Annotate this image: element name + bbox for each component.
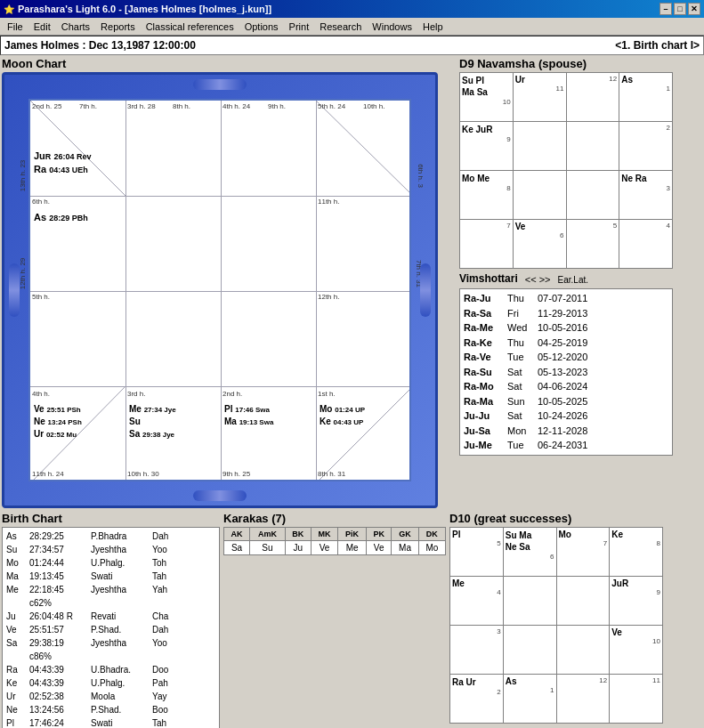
d10-cell-03: Ke 8 (610, 528, 663, 577)
vimsh-date-0: 07-07-2011 (538, 291, 587, 306)
cell-r3c2-label: 2nd h. (223, 390, 242, 398)
cell-r3c2-bottom: 9th h. 25 (223, 470, 250, 478)
d10-cell-11 (503, 577, 556, 626)
minimize-button[interactable]: – (659, 3, 672, 15)
right-label-6h: 6th h. 3 (417, 164, 425, 188)
vimsh-day-4: Tue (507, 350, 534, 365)
bc-deg-mo: 01:24:44 (29, 556, 87, 570)
menu-research[interactable]: Research (314, 20, 367, 33)
vimsh-day-7: Sun (507, 394, 534, 409)
vimsh-row-5: Ra-Su Sat 05-13-2023 (464, 365, 668, 380)
menu-options[interactable]: Options (239, 20, 284, 33)
bc-planet-ur: Ur (6, 690, 26, 703)
nav-cell-00: Su PlMa Sa 10 (460, 73, 514, 122)
cell-r1c0-label: 6th h. (32, 198, 50, 206)
vimsh-nav[interactable]: << >> (525, 274, 551, 285)
bc-row-as: As 28:29:25 P.Bhadra Dah (6, 530, 215, 543)
cell-r0c1-tl: 3rd h. 28 (127, 102, 156, 110)
bc-naksh-sa: Jyeshtha (91, 636, 149, 663)
karakas-val-amk: Su (250, 541, 286, 555)
bc-planet-ve: Ve (6, 623, 26, 636)
d10-title: D10 (great successes) (449, 512, 702, 525)
nav-cell-22 (566, 171, 619, 220)
cell-r0c0-tl: 2nd h. 25 (32, 102, 61, 110)
menu-print[interactable]: Print (284, 20, 315, 33)
vimsh-header: Vimshottari << >> Ear.Lat. (459, 272, 702, 287)
bc-deg-as: 28:29:25 (29, 530, 87, 543)
bc-deg-pl: 17:46:24 (29, 716, 87, 728)
bc-naksh-su: Jyeshtha (91, 543, 149, 556)
vimsh-day-9: Mon (507, 424, 534, 439)
nav-cell-33: 4 (619, 220, 673, 269)
bc-row-su: Su 27:34:57 Jyeshtha Yoo (6, 543, 215, 556)
cell-r0c0-inner: 7th h. (79, 102, 97, 110)
bc-sign-ve: Dah (152, 623, 179, 636)
d9-title: D9 Navamsha (spouse) (459, 57, 702, 70)
cell-r0c1-inner: 8th h. (173, 102, 190, 110)
menu-help[interactable]: Help (417, 20, 449, 33)
bc-sign-pl: Tah (152, 716, 179, 728)
d10-cell-32: 12 (556, 675, 610, 724)
nav-cell-02: 12 (566, 73, 619, 122)
d10-cell-20: 3 (450, 626, 504, 675)
menu-file[interactable]: File (2, 20, 28, 33)
bc-planet-as: As (6, 530, 26, 543)
bc-deg-sa: 29:38:19 c86% (29, 636, 87, 663)
bc-sign-sa: Yoo (152, 636, 179, 663)
bc-row-ve: Ve 25:51:57 P.Shad. Dah (6, 623, 215, 636)
nav-cell-11 (513, 122, 566, 171)
nav-cell-13: 2 (619, 122, 673, 171)
vimsh-label-4: Ra-Ve (464, 350, 504, 365)
vimsh-title: Vimshottari (459, 272, 518, 285)
d10-cell-31: As 1 (503, 675, 556, 724)
bc-naksh-me: Jyeshtha (91, 583, 149, 610)
vimsh-date-2: 10-05-2016 (538, 320, 587, 336)
menu-reports[interactable]: Reports (95, 20, 141, 33)
karakas-th-pk: PK (366, 528, 391, 541)
bc-planet-me: Me (6, 583, 26, 610)
nav-cell-01: Ur 11 (513, 73, 566, 122)
cell-r3c1-label: 3rd h. (127, 390, 145, 398)
close-button[interactable]: ✕ (688, 3, 700, 15)
bc-planet-su: Su (6, 543, 26, 556)
menu-windows[interactable]: Windows (367, 20, 417, 33)
d10-cell-12 (556, 577, 610, 626)
left-label-13h: 13th h. 23 (19, 160, 27, 192)
nav-cell-20: Mo Me 8 (460, 171, 514, 220)
bc-row-ma: Ma 19:13:45 Swati Tah (6, 570, 215, 583)
bottom-ornament (193, 490, 247, 501)
cell-r3c1-bottom: 10th h. 30 (127, 470, 159, 478)
vimsh-row-3: Ra-Ke Thu 04-25-2019 (464, 336, 668, 351)
top-row: Moon Chart (2, 57, 702, 508)
bc-sign-me: Yah (152, 583, 179, 610)
cell-r3c0-bottom: 11th h. 24 (32, 470, 64, 478)
svg-line-3 (316, 386, 409, 480)
menu-edit[interactable]: Edit (28, 20, 56, 33)
bc-sign-ne: Boo (152, 703, 179, 716)
karakas-val-pik: Me (338, 541, 367, 555)
title-bar-buttons[interactable]: – □ ✕ (659, 3, 700, 15)
vimsh-date-1: 11-29-2013 (538, 306, 587, 321)
vimsh-row-4: Ra-Ve Tue 05-12-2020 (464, 350, 668, 365)
bc-sign-ur: Yay (152, 690, 179, 703)
app-icon: ⭐ (4, 4, 14, 14)
menu-charts[interactable]: Charts (56, 20, 95, 33)
vimsh-earlat[interactable]: Ear.Lat. (558, 275, 588, 285)
moon-chart-section: Moon Chart (2, 57, 456, 508)
chart-grid: 2nd h. 25 7th h. 3rd h. 28 8th h. 4th h.… (30, 101, 409, 480)
vimsh-label-1: Ra-Sa (464, 306, 504, 321)
bc-sign-as: Dah (152, 530, 179, 543)
cell-mo-ke: Mo 01:24 UP Ke 04:43 UP (320, 403, 365, 428)
vimsh-date-8: 10-24-2026 (538, 408, 587, 424)
navamsha-table: Su PlMa Sa 10 Ur 11 12 As 1 (459, 72, 673, 269)
karakas-header-row: AK AmK BK MK PiK PK GK DK (224, 528, 446, 541)
maximize-button[interactable]: □ (674, 3, 686, 15)
bc-naksh-ur: Moola (91, 690, 149, 703)
menu-classical-references[interactable]: Classical references (141, 20, 239, 33)
vimsh-label-0: Ra-Ju (464, 291, 504, 306)
vimsh-date-5: 05-13-2023 (538, 365, 587, 380)
bc-naksh-ra: U.Bhadra. (91, 663, 149, 676)
karakas-section: Karakas (7) AK AmK BK MK PiK PK GK DK Sa… (223, 512, 446, 728)
bc-row-ne: Ne 13:24:56 P.Shad. Boo (6, 703, 215, 716)
karakas-th-pik: PiK (338, 528, 367, 541)
